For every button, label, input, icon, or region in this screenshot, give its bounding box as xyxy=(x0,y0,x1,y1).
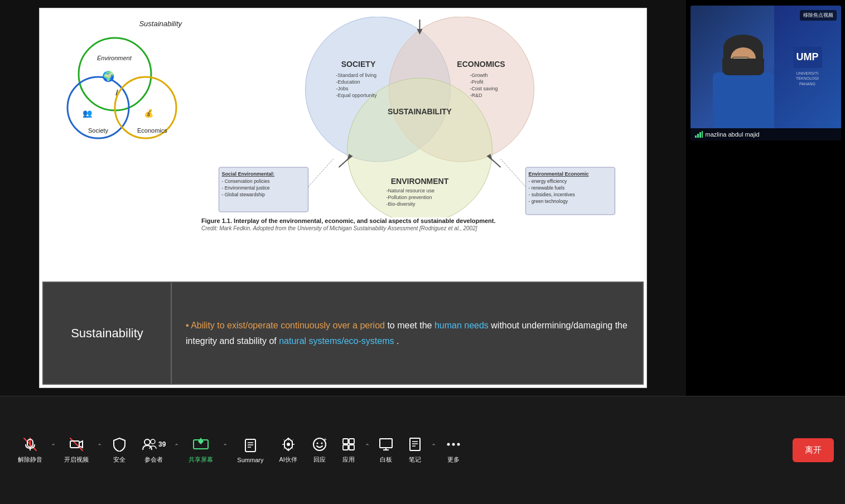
reaction-button[interactable]: + 回应 xyxy=(305,431,334,469)
share-screen-label: 共享屏幕 xyxy=(189,455,213,464)
svg-text:ENVIRONMENT: ENVIRONMENT xyxy=(391,177,449,186)
svg-rect-47 xyxy=(695,135,697,138)
definition-paragraph: • Ability to exist/operate continuously … xyxy=(186,318,629,348)
svg-text:-Jobs: -Jobs xyxy=(336,86,349,91)
participants-label: 参会者 xyxy=(144,455,163,464)
bullet-char: • xyxy=(186,321,191,330)
reaction-group: + 回应 xyxy=(305,431,334,469)
notes-label: 笔记 xyxy=(409,455,421,464)
slide-container: Sustainability Environment 🌍 xyxy=(0,0,686,396)
venn-small-svg: Environment 🌍 Society 👥 Economics 💰 xyxy=(59,30,193,147)
figure-caption: Figure 1.1. Interplay of the environment… xyxy=(199,217,635,234)
svg-text:- energy efficiency: - energy efficiency xyxy=(529,178,568,184)
svg-text:-Cost saving: -Cost saving xyxy=(470,86,498,91)
video-thumbnail: UMP UNIVERSITITEKNOLOGIPAHANG xyxy=(691,6,841,128)
svg-line-55 xyxy=(70,438,83,450)
slide-top: Sustainability Environment 🌍 xyxy=(40,8,646,279)
svg-text:- Conservation policies: - Conservation policies xyxy=(222,178,270,184)
svg-text:-Growth: -Growth xyxy=(470,72,488,78)
svg-rect-74 xyxy=(343,445,348,450)
svg-text:-Standard of living: -Standard of living xyxy=(336,72,377,78)
share-screen-button[interactable]: 共享屏幕 xyxy=(181,431,221,469)
svg-text:-Equal opportunity: -Equal opportunity xyxy=(336,93,378,98)
university-bg: UMP UNIVERSITITEKNOLOGIPAHANG xyxy=(774,6,841,128)
apps-button[interactable]: 应用 xyxy=(334,431,363,469)
security-button[interactable]: 安全 xyxy=(104,431,135,469)
summary-icon xyxy=(243,438,258,453)
notes-chevron[interactable]: ⌃ xyxy=(429,440,438,453)
def-highlight-1: Ability to exist/operate continuously ov… xyxy=(191,321,385,330)
participants-button[interactable]: 39 参会者 xyxy=(135,431,172,469)
venn-left-area: Sustainability Environment 🌍 xyxy=(48,17,193,276)
svg-text:- Environmental justice: - Environmental justice xyxy=(222,185,270,191)
svg-text:Social Environmental:: Social Environmental: xyxy=(222,171,275,177)
svg-rect-50 xyxy=(702,131,703,138)
participant-panel: UMP UNIVERSITITEKNOLOGIPAHANG xyxy=(686,0,845,396)
def-text-1: to meet the xyxy=(387,321,434,330)
more-button[interactable]: 更多 xyxy=(438,431,469,469)
svg-point-85 xyxy=(457,443,460,446)
summary-button[interactable]: Summary xyxy=(229,432,271,469)
mute-button[interactable]: 解除静音 xyxy=(11,431,49,469)
main-area: Sustainability Environment 🌍 xyxy=(0,0,845,396)
svg-point-70 xyxy=(321,443,322,444)
def-highlight-2: human needs xyxy=(434,321,489,330)
svg-text:Environment: Environment xyxy=(97,55,132,61)
svg-text:-R&D: -R&D xyxy=(470,93,482,98)
participants-icon xyxy=(142,437,157,452)
mute-chevron[interactable]: ⌃ xyxy=(49,440,57,453)
notes-icon xyxy=(407,437,423,452)
svg-text:- green technology: - green technology xyxy=(529,198,568,204)
ai-label: AI伙伴 xyxy=(279,455,297,464)
ai-button[interactable]: AI伙伴 xyxy=(271,431,305,469)
leave-button[interactable]: 离开 xyxy=(793,438,834,462)
svg-text:👥: 👥 xyxy=(83,109,93,118)
share-screen-chevron[interactable]: ⌃ xyxy=(221,440,229,453)
svg-point-67 xyxy=(287,443,290,446)
security-label: 安全 xyxy=(113,455,125,464)
video-button[interactable]: 开启视频 xyxy=(57,431,95,469)
definition-text-area: • Ability to exist/operate continuously … xyxy=(172,283,643,384)
video-chevron[interactable]: ⌃ xyxy=(95,440,104,453)
svg-point-59 xyxy=(151,439,155,444)
video-label: 开启视频 xyxy=(64,455,89,464)
slide-bottom: Sustainability • Ability to exist/operat… xyxy=(42,282,644,385)
svg-text:-Natural resource use: -Natural resource use xyxy=(387,188,435,193)
participants-chevron[interactable]: ⌃ xyxy=(172,440,181,453)
whiteboard-button[interactable]: 白板 xyxy=(371,431,400,469)
svg-rect-79 xyxy=(410,438,420,450)
svg-text:-Education: -Education xyxy=(336,79,360,85)
svg-text:SUSTAINABILITY: SUSTAINABILITY xyxy=(388,107,452,116)
notes-button[interactable]: 笔记 xyxy=(400,431,429,469)
participant-name: mazlina abdul majid xyxy=(706,131,760,138)
more-label: 更多 xyxy=(447,455,460,464)
whiteboard-label: 白板 xyxy=(380,455,392,464)
summary-label: Summary xyxy=(237,457,263,463)
def-text-3: . xyxy=(397,336,399,346)
person-head xyxy=(728,39,759,70)
whiteboard-icon xyxy=(378,437,394,452)
svg-point-0 xyxy=(79,38,151,110)
mute-label: 解除静音 xyxy=(18,455,42,464)
apps-icon xyxy=(341,437,356,452)
svg-marker-57 xyxy=(79,441,83,448)
venn-large-svg: SUSTAINABILITY SOCIETY -Standard of livi… xyxy=(199,17,635,217)
venn-right-area: SUSTAINABILITY SOCIETY -Standard of livi… xyxy=(199,17,635,276)
def-highlight-3: natural systems/eco-systems xyxy=(279,336,394,346)
more-icon xyxy=(446,437,461,452)
figure-caption-text: Figure 1.1. Interplay of the environment… xyxy=(201,217,632,224)
participants-icon-area: 39 xyxy=(142,437,166,452)
mute-icon xyxy=(22,437,38,452)
svg-rect-75 xyxy=(349,445,354,450)
whiteboard-group: 白板 xyxy=(371,431,400,469)
sustainability-italic-label: Sustainability xyxy=(139,20,182,28)
remove-focus-badge[interactable]: 移除焦点视频 xyxy=(800,10,837,21)
university-text: UNIVERSITITEKNOLOGIPAHANG xyxy=(796,71,819,87)
svg-text:-Bio-diversity: -Bio-diversity xyxy=(387,201,416,207)
apps-chevron[interactable]: ⌃ xyxy=(363,440,371,453)
figure-credit: Credit: Mark Fedkin. Adopted from the Un… xyxy=(201,225,632,231)
svg-text:- renewable fuels: - renewable fuels xyxy=(529,185,565,191)
svg-text:- subsidies, incentives: - subsidies, incentives xyxy=(529,192,575,197)
sustainability-label-box: Sustainability xyxy=(44,283,172,384)
svg-marker-62 xyxy=(201,438,204,444)
